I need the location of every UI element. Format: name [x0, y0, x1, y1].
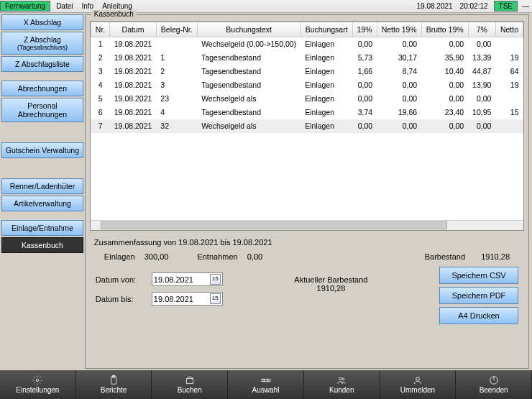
- remote-maintenance-button[interactable]: Fernwartung: [0, 1, 50, 12]
- ledger-table-container: Nr.DatumBeleg-Nr.BuchungstextBuchungsart…: [90, 21, 524, 231]
- sidebar-z-abschlag[interactable]: Z Abschlag(Tagesabschluss): [1, 32, 83, 55]
- user-icon: [413, 375, 423, 385]
- table-cell: 64: [495, 65, 523, 78]
- bottom-auswahl[interactable]: Auswahl: [228, 370, 304, 399]
- column-header[interactable]: 19%: [352, 22, 377, 37]
- table-cell: Tagesendbestand: [197, 106, 301, 119]
- column-header[interactable]: Beleg-Nr.: [156, 22, 197, 37]
- table-cell: 23: [156, 92, 197, 106]
- table-cell: 19.08.2021: [110, 119, 157, 133]
- table-cell: 23,40: [421, 106, 468, 119]
- bottom-kunden[interactable]: Kunden: [304, 370, 380, 399]
- table-cell: 0,00: [377, 78, 421, 92]
- column-header[interactable]: Brutto 19%: [421, 22, 468, 37]
- table-cell: [495, 119, 523, 133]
- column-header[interactable]: Datum: [110, 22, 157, 37]
- table-row[interactable]: 319.08.20212TagesendbestandEinlagen1,668…: [91, 65, 523, 78]
- table-row[interactable]: 519.08.202123Wechselgeld alsEinlagen0,00…: [91, 92, 523, 106]
- column-header[interactable]: Buchungstext: [197, 22, 301, 37]
- menu-info[interactable]: Info: [78, 2, 98, 10]
- date-to-label: Datum bis:: [96, 295, 146, 303]
- column-header[interactable]: Nr.: [91, 22, 109, 37]
- table-cell: 19: [495, 51, 523, 65]
- gear-icon: [32, 375, 42, 385]
- table-cell: Einlagen: [301, 119, 352, 133]
- table-cell: 1,66: [352, 65, 377, 78]
- calendar-icon[interactable]: 15: [210, 274, 221, 285]
- date-to-input[interactable]: [154, 295, 207, 303]
- table-cell: 44,87: [468, 65, 495, 78]
- table-cell: 0,00: [352, 37, 377, 51]
- bottom-beenden[interactable]: Beenden: [456, 370, 532, 399]
- table-cell: Wechselgeld als: [197, 92, 301, 106]
- table-row[interactable]: 219.08.20211TagesendbestandEinlagen5,733…: [91, 51, 523, 65]
- horizontal-scrollbar[interactable]: [91, 220, 523, 230]
- table-cell: 32: [156, 119, 197, 133]
- svg-point-0: [37, 379, 40, 382]
- bottom-toolbar: Einstellungen Berichte Buchen Auswahl Ku…: [0, 370, 532, 399]
- sidebar-abrechnungen[interactable]: Abrechnungen: [1, 81, 83, 96]
- table-cell: 19: [495, 78, 523, 92]
- table-cell: 2: [156, 65, 197, 78]
- sidebar-kassenbuch[interactable]: Kassenbuch: [1, 237, 83, 253]
- menubar: Fernwartung Datei Info Anleitung 19.08.2…: [0, 0, 532, 13]
- table-cell: 19.08.2021: [110, 78, 157, 92]
- table-row[interactable]: 619.08.20214TagesendbestandEinlagen3,741…: [91, 106, 523, 119]
- sidebar-personal-abrechnungen[interactable]: Personal Abrechnungen: [1, 98, 83, 122]
- table-cell: Wechselgeld (0,00->150,00): [197, 37, 301, 51]
- sidebar-x-abschlag[interactable]: X Abschlag: [1, 14, 83, 30]
- svg-rect-6: [267, 379, 270, 382]
- sidebar-artikelverwaltung[interactable]: Artikelverwaltung: [1, 196, 83, 211]
- table-cell: 4: [156, 106, 197, 119]
- table-cell: Einlagen: [301, 106, 352, 119]
- column-header[interactable]: Netto 19%: [377, 22, 421, 37]
- table-cell: Einlagen: [301, 78, 352, 92]
- svg-rect-4: [262, 379, 264, 382]
- current-balance-label: Aktueller Barbestand: [231, 275, 431, 284]
- table-cell: 19,66: [377, 106, 421, 119]
- bottom-ummelden[interactable]: Ummelden: [380, 370, 457, 399]
- table-cell: Tagesendbestand: [197, 78, 301, 92]
- table-row[interactable]: 119.08.2021Wechselgeld (0,00->150,00)Ein…: [91, 37, 523, 51]
- table-cell: 30,17: [377, 51, 421, 65]
- bottom-buchen[interactable]: Buchen: [152, 370, 228, 399]
- table-cell: 19.08.2021: [110, 37, 157, 51]
- menu-anleitung[interactable]: Anleitung: [98, 2, 137, 10]
- column-header[interactable]: 7%: [468, 22, 495, 37]
- tse-indicator[interactable]: TSE: [494, 1, 518, 12]
- summary-title: Zusammenfassung von 19.08.2021 bis 19.08…: [90, 231, 524, 249]
- sidebar-z-abschlagsliste[interactable]: Z Abschlagsliste: [1, 56, 83, 72]
- svg-rect-3: [186, 379, 193, 384]
- minimize-button[interactable]: —: [519, 2, 532, 10]
- date-from-input[interactable]: [154, 275, 207, 284]
- table-cell: 0,00: [377, 92, 421, 106]
- table-row[interactable]: 419.08.20213TagesendbestandEinlagen0,000…: [91, 78, 523, 92]
- save-pdf-button[interactable]: Speichern PDF: [439, 287, 518, 304]
- table-cell: 4: [91, 78, 109, 92]
- table-cell: 19.08.2021: [110, 92, 157, 106]
- print-a4-button[interactable]: A4 Drucken: [439, 307, 518, 324]
- column-header[interactable]: Buchungsart: [301, 22, 352, 37]
- sidebar-gutschein-verwaltung[interactable]: Gutschein Verwaltung: [1, 142, 83, 158]
- table-cell: Einlagen: [301, 92, 352, 106]
- bottom-berichte[interactable]: Berichte: [76, 370, 152, 399]
- table-cell: 0,00: [421, 78, 468, 92]
- calendar-icon[interactable]: 15: [210, 293, 221, 304]
- bottom-einstellungen[interactable]: Einstellungen: [0, 370, 76, 399]
- table-cell: 10,95: [468, 106, 495, 119]
- table-cell: 19.08.2021: [110, 65, 157, 78]
- table-row[interactable]: 719.08.202132Wechselgeld alsEinlagen0,00…: [91, 119, 523, 133]
- menu-datei[interactable]: Datei: [52, 2, 77, 10]
- svg-rect-1: [111, 377, 116, 385]
- save-csv-button[interactable]: Speichern CSV: [439, 267, 518, 284]
- header-time: 20:02:12: [460, 2, 488, 10]
- sidebar: X Abschlag Z Abschlag(Tagesabschluss) Z …: [0, 13, 85, 370]
- sidebar-renner-ladenhueter[interactable]: Renner/Ladenhüter: [1, 178, 83, 194]
- table-cell: 0,00: [421, 37, 468, 51]
- table-cell: [495, 37, 523, 51]
- column-header[interactable]: Netto: [495, 22, 523, 37]
- table-cell: [156, 37, 197, 51]
- table-cell: 0,00: [352, 92, 377, 106]
- power-icon: [489, 375, 499, 385]
- sidebar-einlage-entnahme[interactable]: Einlage/Entnahme: [1, 220, 83, 236]
